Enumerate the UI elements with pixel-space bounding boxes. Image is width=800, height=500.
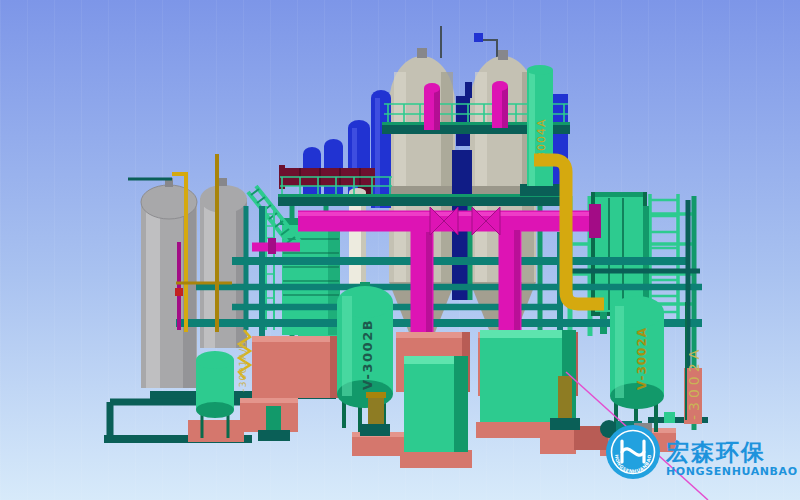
hx-inlet-flange — [589, 204, 601, 238]
equipment-tag-3001ab: -3001A/B — [237, 340, 248, 392]
plant-3d-model: -3004A — [0, 0, 800, 500]
valve-handle — [175, 288, 183, 296]
equipment-tag-3002a-text: -3002A — [686, 346, 702, 420]
valve — [664, 412, 675, 423]
logo-badge: HONGSENHUANBAO — [606, 425, 660, 479]
vessel-v3002a: V-3002A — [610, 296, 664, 436]
company-name-en: HONGSENHUANBAO — [666, 465, 798, 478]
vent-box — [474, 33, 483, 42]
green-tank-1 — [404, 356, 468, 452]
vessel-v3002b: V-3002B — [337, 282, 393, 432]
vent-lines — [441, 26, 497, 62]
company-name-cn: 宏森环保 — [665, 439, 766, 465]
equipment-tag-3001ab-text: -3001A/B — [237, 340, 248, 392]
equipment-label-v3002b: V-3002B — [360, 319, 375, 390]
equipment-label-v3002a: V-3002A — [635, 327, 649, 390]
